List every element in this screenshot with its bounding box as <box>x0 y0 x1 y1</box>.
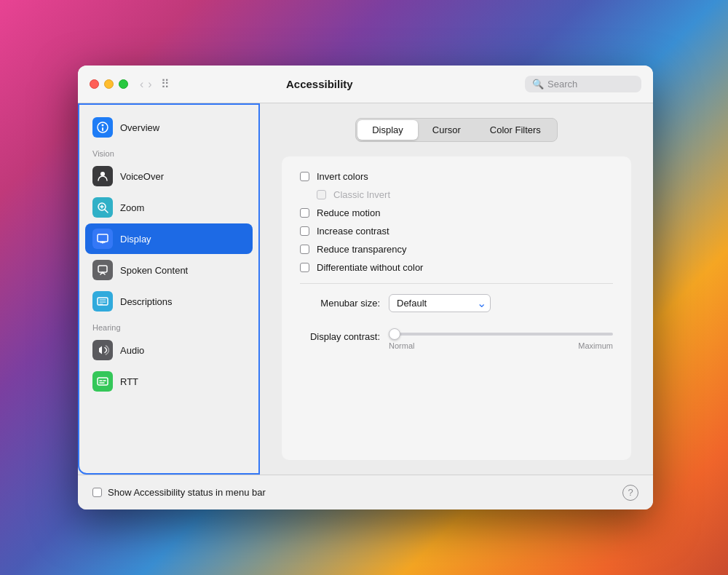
display-icon <box>92 229 113 249</box>
descriptions-icon <box>92 291 113 312</box>
close-button[interactable] <box>90 79 99 89</box>
menubar-size-select-wrapper: Default Large ⌄ <box>389 294 491 312</box>
sidebar-item-zoom-label: Zoom <box>120 202 144 213</box>
svg-rect-2 <box>102 127 103 131</box>
classic-invert-checkbox[interactable] <box>317 190 326 199</box>
svg-line-5 <box>105 210 108 213</box>
sidebar-item-descriptions[interactable]: Descriptions <box>85 286 253 317</box>
sidebar-item-overview-label: Overview <box>120 122 159 133</box>
increase-contrast-checkbox[interactable] <box>300 226 309 236</box>
search-icon: 🔍 <box>532 79 544 90</box>
increase-contrast-label: Increase contrast <box>317 226 389 237</box>
svg-rect-8 <box>98 234 108 242</box>
svg-point-3 <box>100 172 105 176</box>
sidebar-item-spoken-content-label: Spoken Content <box>120 265 188 276</box>
contrast-max-label: Maximum <box>578 341 613 350</box>
sidebar-item-display-label: Display <box>120 234 151 245</box>
reduce-motion-checkbox[interactable] <box>300 208 309 218</box>
sidebar-item-audio-label: Audio <box>120 345 144 356</box>
tab-group: Display Cursor Color Filters <box>355 118 558 142</box>
overview-icon <box>92 117 113 138</box>
show-accessibility-status-label: Show Accessibility status in menu bar <box>108 487 266 498</box>
main-panel: Display Cursor Color Filters Invert colo… <box>260 103 653 475</box>
sidebar-item-display[interactable]: Display <box>85 223 253 254</box>
differentiate-without-color-checkbox[interactable] <box>300 263 309 272</box>
sidebar-item-voiceover[interactable]: VoiceOver <box>85 161 253 191</box>
rtt-icon <box>92 371 113 392</box>
bottom-bar: Show Accessibility status in menu bar ? <box>78 475 653 509</box>
show-accessibility-status-checkbox[interactable] <box>92 488 102 497</box>
menubar-size-row: Menubar size: Default Large ⌄ <box>300 294 613 312</box>
sidebar-item-audio[interactable]: Audio <box>85 335 253 365</box>
sidebar-section-vision: Vision <box>85 143 253 161</box>
settings-area: Invert colors Classic Invert Reduce moti… <box>282 156 631 460</box>
tab-display[interactable]: Display <box>357 120 418 140</box>
minimize-button[interactable] <box>104 79 114 89</box>
sidebar-section-hearing: Hearing <box>85 317 253 335</box>
reduce-transparency-label: Reduce transparency <box>317 244 407 255</box>
titlebar: ‹ › ⠿ Accessibility 🔍 Search <box>78 66 653 103</box>
sidebar-item-voiceover-label: VoiceOver <box>120 171 164 182</box>
reduce-transparency-row: Reduce transparency <box>300 244 613 255</box>
tab-cursor[interactable]: Cursor <box>418 120 475 140</box>
search-placeholder: Search <box>547 79 577 90</box>
svg-rect-16 <box>98 378 108 385</box>
menubar-size-select[interactable]: Default Large <box>389 294 491 312</box>
sidebar-item-zoom[interactable]: Zoom <box>85 192 253 223</box>
classic-invert-row: Classic Invert <box>300 189 613 200</box>
spoken-content-icon <box>92 260 113 280</box>
invert-colors-checkbox[interactable] <box>300 172 309 181</box>
search-box[interactable]: 🔍 Search <box>525 76 641 92</box>
bottom-checkbox-row: Show Accessibility status in menu bar <box>92 487 622 498</box>
classic-invert-label: Classic Invert <box>333 189 390 200</box>
sidebar-item-descriptions-label: Descriptions <box>120 296 173 307</box>
divider <box>300 283 613 284</box>
sidebar-item-spoken-content[interactable]: Spoken Content <box>85 255 253 285</box>
reduce-motion-label: Reduce motion <box>317 207 380 218</box>
svg-point-1 <box>102 124 104 127</box>
display-contrast-label: Display contrast: <box>300 331 380 342</box>
help-button[interactable]: ? <box>622 485 638 501</box>
window: ‹ › ⠿ Accessibility 🔍 Search Overview <box>78 66 653 509</box>
svg-rect-11 <box>98 266 107 272</box>
differentiate-without-color-label: Differentiate without color <box>317 262 423 273</box>
sidebar-item-rtt-label: RTT <box>120 376 138 387</box>
invert-colors-row: Invert colors <box>300 171 613 182</box>
tab-bar: Display Cursor Color Filters <box>282 118 631 142</box>
invert-colors-label: Invert colors <box>317 171 368 182</box>
contrast-min-label: Normal <box>389 341 414 350</box>
reduce-motion-row: Reduce motion <box>300 207 613 218</box>
voiceover-icon <box>92 166 113 186</box>
audio-icon <box>92 340 113 360</box>
menubar-size-label: Menubar size: <box>300 298 380 309</box>
sidebar-item-rtt[interactable]: RTT <box>85 366 253 397</box>
tab-color-filters[interactable]: Color Filters <box>475 120 555 140</box>
increase-contrast-row: Increase contrast <box>300 226 613 237</box>
differentiate-without-color-row: Differentiate without color <box>300 262 613 273</box>
main-content: Overview Vision VoiceOver <box>78 103 653 475</box>
sidebar-item-overview[interactable]: Overview <box>85 112 253 143</box>
sidebar: Overview Vision VoiceOver <box>78 103 260 475</box>
display-contrast-slider[interactable] <box>389 333 613 336</box>
window-title: Accessibility <box>120 78 519 90</box>
display-contrast-row: Display contrast: Normal Maximum <box>300 322 613 350</box>
reduce-transparency-checkbox[interactable] <box>300 245 309 254</box>
zoom-icon <box>92 197 113 218</box>
